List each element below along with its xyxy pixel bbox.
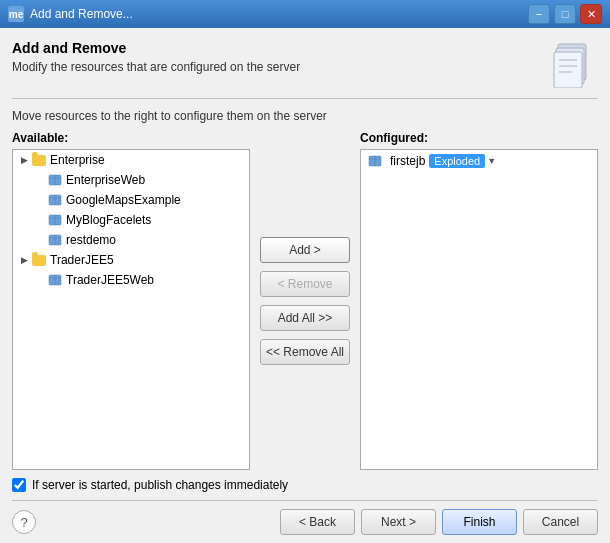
publish-checkbox[interactable]: [12, 478, 26, 492]
close-button[interactable]: ✕: [580, 4, 602, 24]
help-button[interactable]: ?: [12, 510, 36, 534]
expand-icon[interactable]: ▶: [17, 153, 31, 167]
expand-icon[interactable]: ▶: [17, 253, 31, 267]
expand-spacer: [33, 233, 47, 247]
cancel-button[interactable]: Cancel: [523, 509, 598, 535]
expand-spacer: [33, 213, 47, 227]
title-bar: me Add and Remove... − □ ✕: [0, 0, 610, 28]
exploded-badge: Exploded: [429, 154, 485, 168]
dialog-footer: ? < Back Next > Finish Cancel: [12, 500, 598, 543]
body-instruction: Move resources to the right to configure…: [12, 109, 598, 123]
remove-button[interactable]: < Remove: [260, 271, 350, 297]
dialog-body: Move resources to the right to configure…: [12, 109, 598, 500]
tree-label: TraderJEE5Web: [66, 273, 154, 287]
tree-label: Enterprise: [50, 153, 105, 167]
finish-button[interactable]: Finish: [442, 509, 517, 535]
remove-all-button[interactable]: << Remove All: [260, 339, 350, 365]
dialog-subtitle: Modify the resources that are configured…: [12, 60, 540, 74]
configured-list[interactable]: firstejb Exploded ▼: [360, 149, 598, 470]
transfer-area: Available: ▶ Enterprise: [12, 131, 598, 470]
tree-item-enterprise[interactable]: ▶ Enterprise: [13, 150, 249, 170]
dropdown-arrow-icon[interactable]: ▼: [487, 156, 496, 166]
available-label: Available:: [12, 131, 250, 145]
add-button[interactable]: Add >: [260, 237, 350, 263]
footer-left: ?: [12, 510, 36, 534]
dialog: Add and Remove Modify the resources that…: [0, 28, 610, 543]
web-icon: [47, 212, 63, 228]
tree-item-myblog[interactable]: MyBlogFacelets: [13, 210, 249, 230]
web-icon: [47, 272, 63, 288]
tree-item-enterpriseweb[interactable]: EnterpriseWeb: [13, 170, 249, 190]
expand-spacer: [33, 193, 47, 207]
expand-spacer: [33, 173, 47, 187]
dialog-title: Add and Remove: [12, 40, 540, 56]
tree-item-googlemaps[interactable]: GoogleMapsExample: [13, 190, 249, 210]
available-tree[interactable]: ▶ Enterprise EnterpriseWeb: [12, 149, 250, 470]
expand-spacer: [33, 273, 47, 287]
tree-item-traderjee5web[interactable]: TraderJEE5Web: [13, 270, 249, 290]
configured-item-firstejb[interactable]: firstejb Exploded ▼: [361, 150, 597, 172]
dialog-header: Add and Remove Modify the resources that…: [12, 40, 598, 99]
folder-icon: [31, 152, 47, 168]
configured-panel: Configured: firstejb Exploded ▼: [360, 131, 598, 470]
footer-right: < Back Next > Finish Cancel: [280, 509, 598, 535]
web-icon: [367, 153, 383, 169]
tree-label: EnterpriseWeb: [66, 173, 145, 187]
tree-label: MyBlogFacelets: [66, 213, 151, 227]
folder-icon: [31, 252, 47, 268]
publish-checkbox-label[interactable]: If server is started, publish changes im…: [32, 478, 288, 492]
tree-label: GoogleMapsExample: [66, 193, 181, 207]
svg-rect-2: [554, 52, 582, 88]
publish-checkbox-area: If server is started, publish changes im…: [12, 470, 598, 500]
tree-item-restdemo[interactable]: restdemo: [13, 230, 249, 250]
app-icon: me: [8, 6, 24, 22]
server-icon: [550, 40, 598, 88]
add-all-button[interactable]: Add All >>: [260, 305, 350, 331]
window-controls: − □ ✕: [528, 4, 602, 24]
tree-item-traderjee5[interactable]: ▶ TraderJEE5: [13, 250, 249, 270]
configured-item-label: firstejb: [390, 154, 425, 168]
available-panel: Available: ▶ Enterprise: [12, 131, 250, 470]
web-icon: [47, 172, 63, 188]
button-panel: Add > < Remove Add All >> << Remove All: [250, 131, 360, 470]
header-text: Add and Remove Modify the resources that…: [12, 40, 540, 74]
web-icon: [47, 232, 63, 248]
server-illustration: [550, 40, 598, 88]
minimize-button[interactable]: −: [528, 4, 550, 24]
tree-label: TraderJEE5: [50, 253, 114, 267]
back-button[interactable]: < Back: [280, 509, 355, 535]
window-title: Add and Remove...: [30, 7, 528, 21]
maximize-button[interactable]: □: [554, 4, 576, 24]
web-icon: [47, 192, 63, 208]
next-button[interactable]: Next >: [361, 509, 436, 535]
configured-label: Configured:: [360, 131, 598, 145]
tree-label: restdemo: [66, 233, 116, 247]
